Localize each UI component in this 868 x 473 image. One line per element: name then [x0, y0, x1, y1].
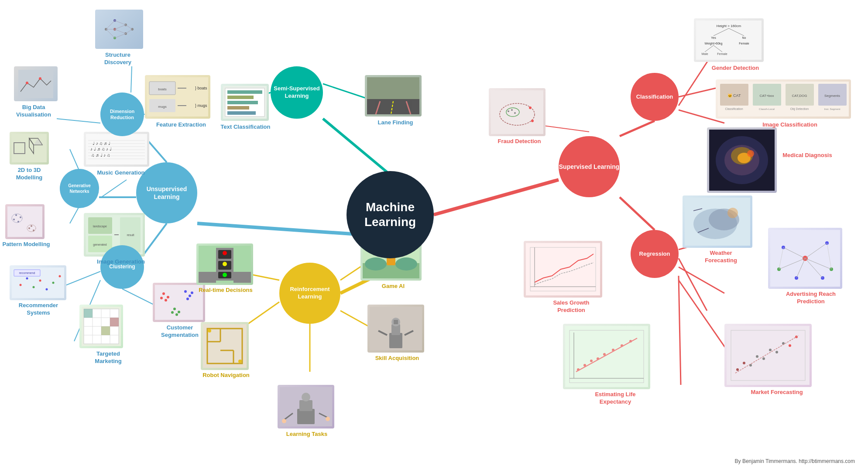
node-supervised: Supervised Learning	[559, 136, 620, 197]
svg-point-100	[15, 214, 17, 216]
svg-point-226	[727, 208, 738, 218]
svg-point-146	[223, 251, 227, 255]
svg-rect-171	[394, 320, 398, 324]
svg-point-113	[39, 280, 41, 282]
svg-point-116	[59, 275, 61, 278]
svg-point-112	[33, 286, 35, 288]
svg-rect-69	[227, 111, 256, 115]
image-pattern-modelling	[5, 204, 45, 239]
image-market-forecasting	[724, 324, 812, 387]
svg-text:recommend: recommend	[19, 271, 35, 274]
svg-point-140	[178, 311, 180, 313]
svg-rect-175	[297, 409, 315, 424]
label-robot-navigation: Robot Navigation	[202, 372, 250, 379]
svg-point-111	[26, 278, 28, 280]
svg-point-52	[39, 77, 41, 80]
svg-line-15	[70, 149, 79, 171]
svg-rect-151	[199, 272, 216, 283]
node-dimension-reduction: Dimension Reduction	[100, 93, 144, 136]
svg-text:Obj Detection: Obj Detection	[790, 107, 809, 111]
svg-text:Height > 160cm: Height > 160cm	[717, 24, 741, 28]
svg-rect-152	[233, 272, 251, 283]
svg-point-110	[20, 284, 22, 286]
svg-point-262	[736, 368, 739, 371]
svg-text:mugs: mugs	[158, 105, 167, 109]
image-big-data	[14, 66, 58, 101]
image-robot-navigation	[201, 322, 249, 370]
image-weather-forecasting	[683, 195, 752, 248]
svg-point-106	[28, 227, 30, 229]
label-sales-growth: Sales Growth Prediction	[543, 299, 600, 314]
image-classification: 🐱 CAT CAT+box CAT,DOG Segments Classific…	[716, 79, 851, 119]
label-fraud-detection: Fraud Detection	[497, 138, 541, 145]
svg-text:result: result	[127, 233, 134, 236]
svg-point-268	[775, 351, 778, 353]
svg-text:} mugs: } mugs	[195, 103, 207, 108]
image-fraud-detection	[489, 88, 546, 136]
svg-text:Classif+Local: Classif+Local	[759, 108, 775, 110]
svg-point-164	[395, 257, 417, 271]
svg-point-251	[590, 360, 593, 362]
svg-text:landscape: landscape	[93, 225, 107, 228]
svg-point-150	[223, 273, 227, 277]
svg-text:Segments: Segments	[824, 94, 840, 98]
label-image-generation: Image Generation	[97, 258, 145, 266]
svg-line-17	[101, 180, 127, 197]
image-recommender: recommend	[10, 265, 66, 300]
image-learning-tasks	[278, 385, 334, 428]
svg-rect-67	[227, 101, 258, 104]
svg-point-148	[223, 262, 227, 266]
svg-line-43	[106, 29, 115, 38]
svg-point-115	[52, 282, 55, 284]
svg-point-187	[511, 109, 513, 111]
svg-rect-130	[155, 285, 203, 320]
label-advertising: Advertising Reach Prediction	[780, 291, 841, 305]
svg-point-131	[162, 292, 165, 295]
svg-text:Classification: Classification	[725, 107, 743, 110]
label-weather-forecasting: Weather Forecasting	[695, 250, 747, 264]
svg-point-103	[13, 219, 15, 220]
svg-line-45	[115, 25, 126, 29]
svg-rect-168	[389, 333, 402, 348]
svg-point-266	[762, 357, 765, 360]
node-semi-supervised: Semi-Supervised Learning	[271, 66, 323, 119]
svg-text:♫ ♬ ♩ ♪ ♫: ♫ ♬ ♩ ♪ ♫	[91, 153, 110, 158]
svg-line-48	[126, 25, 132, 29]
svg-line-8	[620, 197, 655, 230]
svg-rect-227	[526, 243, 600, 295]
image-skill-acquisition	[367, 305, 424, 353]
svg-point-114	[46, 288, 48, 291]
svg-point-139	[173, 308, 176, 310]
svg-point-185	[508, 110, 509, 112]
node-machine-learning: Machine Learning	[347, 171, 434, 258]
label-real-time: Real-time Decisions	[197, 287, 254, 294]
svg-text:Inst. Segment: Inst. Segment	[824, 108, 840, 110]
label-structure-discovery: Structure Discovery	[92, 51, 144, 66]
image-lane-finding	[365, 75, 422, 117]
svg-text:Female: Female	[717, 52, 727, 55]
svg-text:🐱 CAT: 🐱 CAT	[727, 93, 741, 98]
label-game-ai: Game AI	[376, 283, 411, 290]
node-reinforcement: Reinforcement Learning	[279, 263, 340, 324]
svg-line-29	[679, 267, 724, 293]
svg-point-134	[160, 297, 163, 299]
svg-line-49	[126, 29, 132, 34]
svg-line-46	[115, 29, 126, 34]
svg-line-16	[70, 206, 79, 223]
svg-rect-128	[101, 326, 110, 335]
svg-text:boats: boats	[158, 87, 167, 91]
image-real-time	[196, 243, 253, 285]
svg-point-189	[531, 120, 534, 122]
label-image-classification: Image Classification	[755, 121, 825, 129]
svg-text:CAT+box: CAT+box	[760, 94, 774, 98]
label-learning-tasks: Learning Tasks	[283, 431, 331, 438]
svg-point-163	[365, 257, 387, 271]
svg-rect-182	[491, 90, 543, 134]
image-2d-3d	[10, 132, 49, 165]
svg-rect-66	[227, 96, 254, 99]
label-2d-3d: 2D to 3D Modelling	[5, 167, 53, 182]
svg-point-186	[514, 112, 516, 114]
svg-text:Female: Female	[739, 42, 749, 45]
svg-point-267	[769, 349, 772, 351]
svg-point-159	[208, 329, 211, 332]
